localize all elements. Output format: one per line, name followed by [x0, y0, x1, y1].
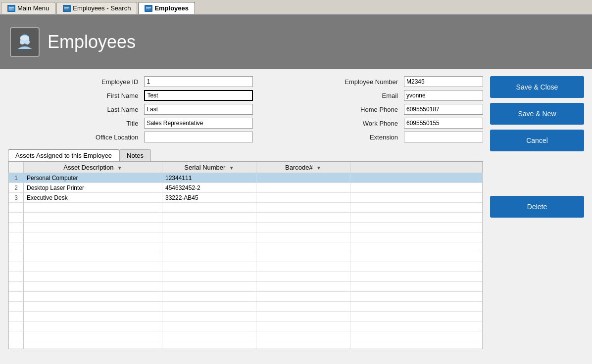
save-new-button[interactable]: Save & New — [490, 103, 584, 125]
form-area: Employee ID Employee Number First Name E… — [8, 76, 483, 357]
employees-icon — [145, 5, 152, 12]
fields-section: Employee ID Employee Number First Name E… — [8, 76, 483, 142]
table-row[interactable]: 1Personal Computer12344111 — [9, 173, 483, 183]
tab-bar: Main Menu Employees - Search Employees — [0, 0, 592, 15]
tab-employees-search[interactable]: Employees - Search — [56, 2, 137, 14]
sub-tab-assets[interactable]: Assets Assigned to this Employee — [8, 149, 119, 161]
svg-rect-4 — [64, 7, 69, 8]
employee-id-label: Employee ID — [8, 78, 140, 86]
extension-input[interactable] — [404, 132, 483, 142]
table-row-empty — [9, 232, 483, 242]
home-phone-label: Home Phone — [257, 106, 400, 113]
svg-rect-6 — [64, 8, 68, 9]
tab-employees[interactable]: Employees — [138, 2, 195, 14]
extension-label: Extension — [257, 134, 400, 141]
table-row-empty — [9, 272, 483, 282]
asset-description-cell: Executive Desk — [24, 193, 162, 203]
home-phone-input[interactable] — [404, 104, 483, 115]
cancel-button[interactable]: Cancel — [490, 130, 584, 151]
email-label: Email — [257, 92, 400, 99]
svg-rect-2 — [9, 8, 12, 9]
employee-id-input[interactable] — [144, 76, 253, 87]
table-row-empty — [9, 203, 483, 213]
table-row-empty — [9, 321, 483, 331]
header-icon — [10, 27, 40, 57]
employees-search-icon — [63, 5, 71, 12]
table-row-empty — [9, 223, 483, 232]
employee-number-input[interactable] — [404, 76, 483, 87]
svg-rect-1 — [9, 7, 14, 8]
row-number: 1 — [9, 173, 24, 183]
svg-rect-10 — [146, 8, 149, 9]
sub-tab-notes[interactable]: Notes — [119, 149, 151, 161]
table-row[interactable]: 2Desktop Laser Printer454632452-2 — [9, 183, 483, 193]
table-row-empty — [9, 312, 483, 321]
table-row-empty — [9, 292, 483, 302]
svg-point-13 — [20, 36, 23, 40]
svg-rect-5 — [64, 8, 69, 8]
tab-main-menu[interactable]: Main Menu — [1, 2, 55, 14]
main-content: Employee ID Employee Number First Name E… — [0, 69, 592, 364]
extra-cell — [350, 193, 483, 203]
sort-desc-icon: ▼ — [117, 165, 122, 171]
page-header: Employees — [0, 15, 592, 69]
col-rownum-header — [9, 162, 24, 173]
col-asset-description-header[interactable]: Asset Description ▼ — [24, 162, 162, 173]
asset-table-container: Asset Description ▼ Serial Number ▼ Barc… — [8, 161, 483, 349]
col-barcode-header[interactable]: Barcode# ▼ — [256, 162, 350, 173]
table-row-empty — [9, 252, 483, 262]
office-location-label: Office Location — [8, 134, 140, 141]
serial-number-cell: 12344111 — [162, 173, 256, 183]
delete-button[interactable]: Delete — [490, 196, 584, 218]
barcode-cell — [256, 193, 350, 203]
asset-description-cell: Personal Computer — [24, 173, 162, 183]
table-row-empty — [9, 282, 483, 292]
barcode-cell — [256, 173, 350, 183]
serial-number-cell: 454632452-2 — [162, 183, 256, 193]
col-serial-number-header[interactable]: Serial Number ▼ — [162, 162, 256, 173]
buttons-panel: Save & Close Save & New Cancel Delete — [490, 76, 584, 357]
asset-table: Asset Description ▼ Serial Number ▼ Barc… — [8, 162, 483, 349]
tab-employees-search-label: Employees - Search — [73, 4, 131, 12]
svg-point-16 — [25, 40, 30, 45]
sort-barcode-icon: ▼ — [316, 165, 321, 171]
office-location-input[interactable] — [144, 132, 253, 142]
svg-rect-9 — [146, 8, 151, 8]
col-extra-header — [350, 162, 483, 173]
last-name-input[interactable] — [144, 104, 253, 115]
sub-tabs: Assets Assigned to this Employee Notes — [8, 149, 483, 161]
title-input[interactable] — [144, 118, 253, 129]
first-name-input[interactable] — [144, 90, 253, 101]
svg-point-15 — [20, 40, 25, 45]
table-row[interactable]: 3Executive Desk33222-AB45 — [9, 193, 483, 203]
work-phone-input[interactable] — [404, 118, 483, 129]
sort-serial-icon: ▼ — [229, 165, 234, 171]
extra-cell — [350, 183, 483, 193]
row-number: 2 — [9, 183, 24, 193]
main-menu-icon — [7, 5, 15, 12]
table-row-empty — [9, 213, 483, 223]
table-row-empty — [9, 302, 483, 312]
barcode-cell — [256, 183, 350, 193]
asset-description-cell: Desktop Laser Printer — [24, 183, 162, 193]
tab-main-menu-label: Main Menu — [17, 4, 49, 12]
last-name-label: Last Name — [8, 106, 140, 113]
serial-number-cell: 33222-AB45 — [162, 193, 256, 203]
svg-point-14 — [26, 36, 29, 40]
email-input[interactable] — [404, 90, 483, 101]
first-name-label: First Name — [8, 92, 140, 99]
tab-employees-label: Employees — [154, 4, 189, 12]
table-row-empty — [9, 341, 483, 350]
row-number: 3 — [9, 193, 24, 203]
employee-number-label: Employee Number — [257, 78, 400, 86]
title-label: Title — [8, 120, 140, 127]
page-title: Employees — [48, 32, 136, 52]
table-row-empty — [9, 331, 483, 341]
save-close-button[interactable]: Save & Close — [490, 76, 584, 98]
extra-cell — [350, 173, 483, 183]
table-row-empty — [9, 242, 483, 252]
table-row-empty — [9, 262, 483, 272]
svg-rect-8 — [146, 7, 151, 8]
work-phone-label: Work Phone — [257, 120, 400, 127]
